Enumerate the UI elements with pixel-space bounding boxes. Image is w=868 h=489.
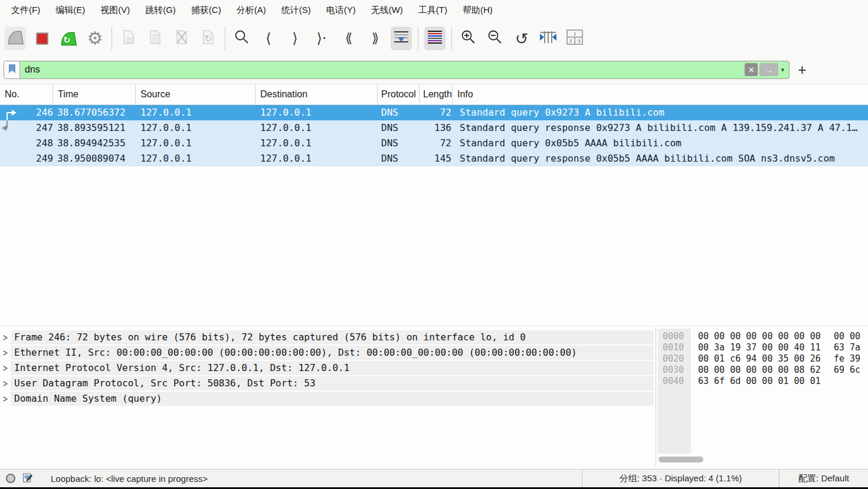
menu-edit[interactable]: 编辑(E) [48,0,93,20]
colorize-icon [427,30,443,47]
svg-text:3: 3 [578,38,581,44]
filter-dropdown-caret[interactable]: ▾ [781,66,784,74]
auto-scroll-icon [393,30,410,47]
hex-row[interactable]: 0010 00 3a 19 37 00 00 40 11 63 7a [658,342,860,353]
expander-icon[interactable]: > [0,378,11,389]
display-filter-field[interactable]: ✕ → ▾ [4,61,790,79]
close-file-button[interactable] [171,27,192,50]
menu-go[interactable]: 跳转(G) [137,0,184,20]
find-packet-button[interactable] [231,27,253,50]
resize-columns-button[interactable] [538,27,559,50]
stop-capture-button[interactable] [31,27,53,50]
filter-add-button[interactable]: + [798,63,807,77]
save-file-icon: 010101100111 [148,29,162,48]
auto-scroll-button[interactable] [391,27,412,50]
start-capture-button[interactable] [5,27,26,50]
hex-row[interactable]: 0030 00 00 00 00 00 00 08 62 69 6c [658,365,860,376]
menu-file[interactable]: 文件(F) [4,0,48,20]
column-header-protocol[interactable]: Protocol [378,84,420,104]
expander-icon[interactable]: > [0,332,11,343]
stop-square-icon [36,32,48,45]
first-packet-button[interactable]: ⟪ [338,27,359,50]
previous-packet-button[interactable]: ⟨ [258,27,279,50]
detail-row-ethernet[interactable]: > Ethernet II, Src: 00:00:00_00:00:00 (0… [0,345,655,360]
status-left: Loopback: lo: <live capture in progress> [0,472,582,485]
menu-view[interactable]: 视图(V) [93,0,137,20]
double-chevron-left-icon: ⟪ [345,32,351,45]
expander-icon[interactable]: > [0,347,11,359]
expander-icon[interactable]: > [0,393,11,405]
packet-row-246[interactable]: 246 38.677056372 127.0.0.1 127.0.0.1 DNS… [0,105,868,120]
toolbar-separator [225,27,225,50]
packet-details-pane: > Frame 246: 72 bytes on wire (576 bits)… [0,326,655,455]
reset-zoom-icon: ↺ [515,31,529,47]
packet-bytes-pane: 0000 00 00 00 00 00 00 00 00 00 00 0010 … [656,326,868,466]
packet-row-247[interactable]: 247 38.893595121 127.0.0.1 127.0.0.1 DNS… [0,120,868,136]
svg-text:0111: 0111 [152,40,159,43]
expert-info-icon[interactable] [6,474,15,483]
detail-row-ip[interactable]: > Internet Protocol Version 4, Src: 127.… [0,360,655,376]
column-header-destination[interactable]: Destination [256,84,378,104]
menu-statistics[interactable]: 统计(S) [274,0,319,20]
column-header-source[interactable]: Source [136,84,256,104]
colorize-button[interactable] [424,27,446,50]
menu-tools[interactable]: 工具(T) [411,0,455,20]
capture-status-text: Loopback: lo: <live capture in progress> [51,474,208,484]
restart-capture-button[interactable]: ↻ [58,27,79,50]
menu-telephony[interactable]: 电话(Y) [319,0,363,20]
hex-row[interactable]: 0000 00 00 00 00 00 00 00 00 00 00 [658,331,860,342]
filter-apply-button[interactable]: → [759,63,778,76]
zoom-in-button[interactable] [458,27,479,50]
filter-bookmark-button[interactable] [4,61,20,78]
hex-row[interactable]: 0020 00 01 c6 94 00 35 00 26 fe 39 [658,353,860,365]
expander-icon[interactable]: > [0,362,11,374]
layout-icon: 123 [566,29,583,47]
filter-bar: ✕ → ▾ + [0,57,868,83]
toolbar-separator [451,27,452,50]
detail-row-dns[interactable]: > Domain Name System (query) [0,391,655,406]
menu-analyze[interactable]: 分析(A) [229,0,274,20]
zoom-out-icon [487,29,503,47]
hex-row[interactable]: 0040 63 6f 6d 00 00 01 00 01 [658,376,860,387]
zoom-in-icon [461,29,476,47]
open-file-button[interactable] [118,27,139,50]
resize-columns-icon [539,30,557,47]
packet-row-249[interactable]: 249 38.950089074 127.0.0.1 127.0.0.1 DNS… [0,151,868,166]
packet-row-248[interactable]: 248 38.894942535 127.0.0.1 127.0.0.1 DNS… [0,136,868,151]
capture-comment-icon[interactable] [22,472,33,485]
filter-input[interactable] [20,64,745,75]
detail-row-udp[interactable]: > User Datagram Protocol, Src Port: 5083… [0,376,655,391]
reload-file-button[interactable]: ↻ [198,27,219,50]
menu-wireless[interactable]: 无线(W) [363,0,411,20]
detail-row-frame[interactable]: > Frame 246: 72 bytes on wire (576 bits)… [0,330,655,345]
chevron-left-icon: ⟨ [266,31,271,45]
shark-fin-icon [6,28,25,49]
status-bar: Loopback: lo: <live capture in progress>… [0,469,868,487]
gear-icon: ⚙ [87,29,103,47]
double-chevron-right-icon: ⟫ [372,32,378,45]
column-header-no[interactable]: No. [0,84,53,104]
save-file-button[interactable]: 010101100111 [145,27,166,50]
horizontal-scrollbar-thumb[interactable] [659,457,703,462]
goto-packet-icon: ⟩· [317,31,327,45]
menu-help[interactable]: 帮助(H) [455,0,500,20]
layout-chooser-button[interactable]: 123 [564,27,585,50]
column-header-time[interactable]: Time [53,84,136,104]
chevron-right-icon: ⟩ [292,31,297,45]
menu-capture[interactable]: 捕获(C) [184,0,229,20]
search-icon [234,29,250,47]
close-file-icon [175,29,189,48]
zoom-out-button[interactable] [484,27,506,50]
filter-clear-button[interactable]: ✕ [745,63,758,76]
zoom-reset-button[interactable]: ↺ [511,27,532,50]
last-packet-button[interactable]: ⟫ [364,27,385,50]
next-packet-button[interactable]: ⟩ [284,27,306,50]
open-file-icon [122,29,136,48]
packet-count-status[interactable]: 分组: 353 · Displayed: 4 (1.1%) [582,470,779,487]
goto-packet-button[interactable]: ⟩· [311,27,332,50]
capture-options-button[interactable]: ⚙ [84,27,106,50]
column-header-length[interactable]: Length [420,84,453,104]
profile-status[interactable]: 配置: Default [779,470,868,487]
menu-bar: 文件(F) 编辑(E) 视图(V) 跳转(G) 捕获(C) 分析(A) 统计(S… [0,0,868,20]
column-header-info[interactable]: Info [453,84,868,104]
